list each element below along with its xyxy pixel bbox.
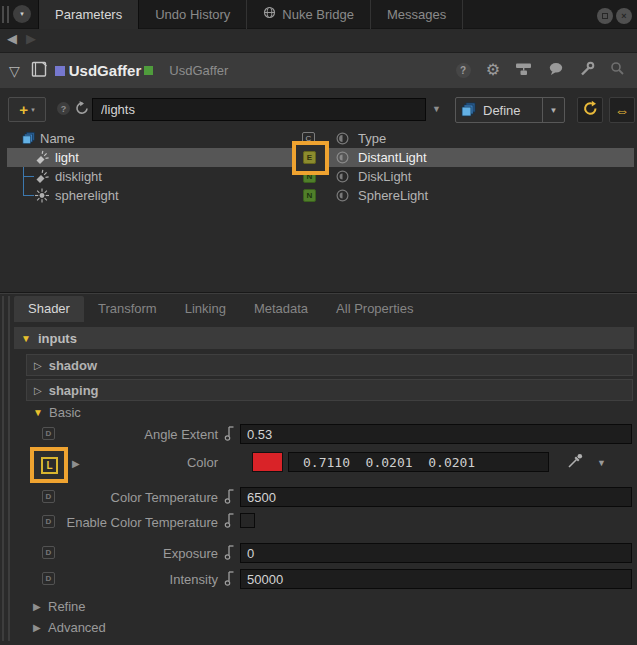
edit-badge-highlighted[interactable]: E (303, 151, 316, 164)
panel-menu-button[interactable]: ▾ (13, 5, 31, 23)
default-badge[interactable]: D (42, 427, 55, 440)
color-temperature-input[interactable] (240, 487, 632, 507)
node-title: UsdGaffer (69, 62, 142, 79)
tab-parameters[interactable]: Parameters (38, 0, 139, 29)
group-shaping[interactable]: ▷ shaping (26, 379, 633, 401)
expanded-triangle-icon[interactable]: ▼ (33, 407, 43, 418)
left-scrollbar-track[interactable] (2, 296, 4, 641)
group-advanced-label[interactable]: Advanced (48, 620, 106, 635)
default-badge[interactable]: D (42, 546, 55, 559)
light-name: spherelight (55, 188, 119, 203)
collapse-node-icon[interactable]: ▽ (9, 63, 20, 79)
section-divider (0, 292, 637, 294)
animation-hook-icon[interactable] (224, 511, 235, 532)
help-button[interactable]: ? (456, 63, 471, 78)
node-header-icons: ? ⚙ (456, 52, 625, 88)
scenegraph-path-input[interactable] (92, 98, 426, 121)
light-type: SphereLight (358, 188, 428, 203)
enable-color-temperature-checkbox[interactable] (240, 513, 255, 528)
color-swatch[interactable] (252, 452, 283, 472)
panel-tabs: Parameters Undo History Nuke Bridge Mess… (38, 0, 463, 29)
tab-nuke-bridge[interactable]: Nuke Bridge (247, 0, 371, 29)
path-help-button[interactable]: ? (57, 102, 70, 115)
close-icon: × (621, 11, 626, 21)
plus-icon: + (19, 101, 28, 118)
column-header-type[interactable]: Type (358, 131, 386, 146)
dropdown-arrow-icon[interactable]: ▼ (542, 98, 564, 122)
notebook-icon (30, 61, 49, 81)
chevron-down-icon: ▾ (31, 106, 35, 114)
eyedropper-icon[interactable] (566, 452, 584, 473)
comment-bubble-icon[interactable] (548, 62, 564, 79)
color-options-dropdown-icon[interactable]: ▼ (597, 458, 606, 468)
left-scrollbar-track[interactable] (8, 296, 10, 641)
enable-color-temperature-label: Enable Color Temperature (60, 515, 218, 530)
usd-cube-icon (461, 102, 477, 118)
intensity-input[interactable] (240, 569, 632, 589)
swap-button[interactable]: ⇔ (609, 97, 635, 123)
contribution-icon[interactable] (336, 151, 349, 167)
node-color-swatch (55, 66, 65, 76)
group-inputs[interactable]: ▼ inputs (14, 327, 634, 349)
group-refine-label[interactable]: Refine (48, 599, 86, 614)
spotlight-icon (34, 150, 50, 168)
light-name: light (55, 150, 79, 165)
tab-linking[interactable]: Linking (171, 296, 240, 322)
collapsed-triangle-icon[interactable]: ▶ (33, 601, 41, 612)
wrench-icon[interactable] (579, 61, 595, 80)
exposure-label: Exposure (60, 546, 218, 561)
refresh-button[interactable] (577, 97, 603, 123)
tab-undo-history[interactable]: Undo History (139, 0, 247, 29)
spotlight-icon (34, 169, 50, 187)
collapsed-triangle-icon[interactable]: ▶ (33, 622, 41, 633)
default-badge[interactable]: D (42, 515, 55, 528)
color-values-field[interactable]: 0.7110 0.0201 0.0201 (288, 452, 549, 472)
tab-transform[interactable]: Transform (84, 296, 171, 322)
new-badge[interactable]: N (303, 189, 316, 202)
group-shadow[interactable]: ▷ shadow (26, 354, 633, 376)
close-panel-button[interactable]: × (616, 8, 632, 24)
search-icon[interactable] (610, 61, 625, 79)
angle-extent-label: Angle Extent (60, 427, 218, 442)
default-badge[interactable]: D (42, 572, 55, 585)
point-light-icon (34, 188, 50, 206)
tab-shader[interactable]: Shader (14, 296, 84, 322)
manage-knobs-icon[interactable] (515, 62, 533, 79)
animation-hook-icon[interactable] (224, 487, 235, 508)
add-light-button[interactable]: + ▾ (8, 97, 46, 122)
animation-hook-icon[interactable] (224, 543, 235, 564)
revert-path-icon[interactable] (74, 100, 90, 119)
contribution-icon[interactable] (336, 170, 349, 186)
table-row-spherelight[interactable]: spherelight N SphereLight (7, 186, 634, 205)
tab-messages[interactable]: Messages (371, 0, 463, 29)
chevron-down-icon: ▾ (20, 10, 24, 18)
float-panel-button[interactable] (597, 8, 613, 24)
animation-hook-icon[interactable] (224, 569, 235, 590)
define-mode-dropdown[interactable]: Define ▼ (455, 97, 565, 123)
local-badge[interactable]: L (41, 457, 58, 474)
gear-icon[interactable]: ⚙ (486, 62, 500, 78)
swap-arrows-icon: ⇔ (615, 102, 630, 119)
intensity-label: Intensity (60, 572, 218, 587)
contribution-icon[interactable] (336, 189, 349, 205)
panel-grip-handle[interactable] (2, 6, 9, 23)
path-dropdown-icon[interactable]: ▼ (432, 104, 441, 114)
exposure-input[interactable] (240, 543, 632, 563)
tab-metadata[interactable]: Metadata (240, 296, 322, 322)
define-mode-value: Define (483, 103, 542, 118)
history-forward-button[interactable]: ▶ (26, 31, 36, 46)
node-status-square (144, 66, 153, 75)
tab-all-properties[interactable]: All Properties (322, 296, 427, 322)
column-header-contribution-icon[interactable] (336, 132, 349, 148)
light-name: disklight (55, 169, 102, 184)
color-label: Color (60, 455, 218, 470)
group-basic-label[interactable]: Basic (49, 405, 81, 420)
usd-layers-icon (22, 131, 36, 149)
history-back-button[interactable]: ◀ (7, 31, 17, 46)
column-header-name[interactable]: Name (40, 131, 75, 146)
animation-hook-icon[interactable] (224, 424, 235, 445)
angle-extent-input[interactable] (240, 424, 632, 444)
default-badge[interactable]: D (42, 490, 55, 503)
color-values: 0.7110 0.0201 0.0201 (303, 455, 475, 470)
node-subtitle: UsdGaffer (169, 63, 228, 78)
